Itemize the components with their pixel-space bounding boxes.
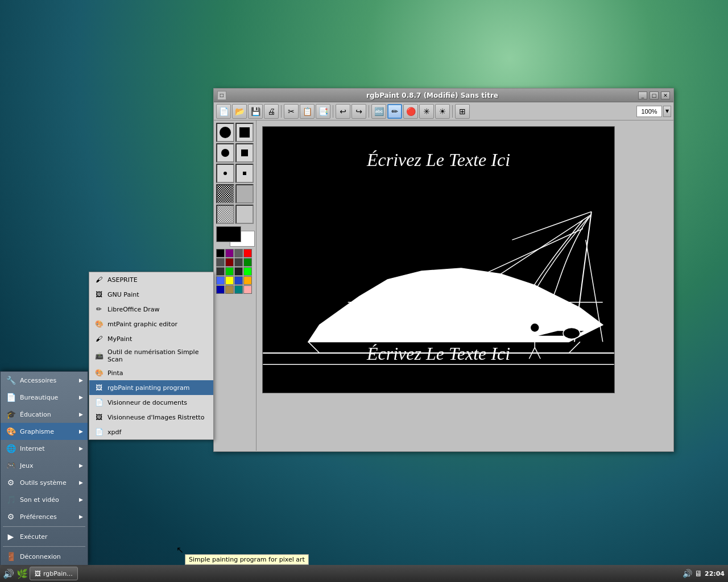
app-window: □ rgbPaint 0.8.7 (Modifié) Sans titre _ …	[213, 88, 674, 452]
print-button[interactable]: 🖨	[264, 104, 279, 119]
color-purple[interactable]	[225, 249, 234, 257]
cut-button[interactable]: ✂	[284, 104, 299, 119]
close-button[interactable]: ✕	[661, 92, 670, 99]
lasso-button[interactable]: 🔴	[403, 104, 418, 119]
pattern-solid-2[interactable]	[235, 205, 254, 224]
pattern-solid-1[interactable]	[235, 184, 254, 203]
paint-canvas[interactable]: Écrivez Le Texte Ici	[262, 126, 615, 393]
pattern-noise-1[interactable]	[216, 184, 234, 203]
submenu-gnupaint[interactable]: 🖼 GNU Paint	[89, 287, 213, 302]
menu-education[interactable]: 🎓 Éducation ▶	[1, 406, 88, 423]
menu-son[interactable]: 🎵 Son et vidéo ▶	[1, 491, 88, 508]
submenu-docviewer[interactable]: 📄 Visionneur de documents	[89, 395, 213, 410]
rgbpaint-icon: 🖼	[94, 383, 104, 393]
paste-button[interactable]: 📑	[316, 104, 330, 119]
star-button[interactable]: ✳	[419, 104, 434, 119]
canvas-area[interactable]: Écrivez Le Texte Ici	[257, 120, 673, 451]
text-button[interactable]: 🔤	[371, 104, 386, 119]
restore-button[interactable]: □	[650, 92, 659, 99]
color-darkblue[interactable]	[216, 285, 225, 294]
new-button[interactable]: 📄	[216, 104, 231, 119]
brush-circle-med[interactable]	[216, 143, 234, 163]
pattern-noise-2[interactable]	[216, 205, 234, 224]
aseprite-icon: 🖌	[94, 275, 104, 285]
submenu-mypaint[interactable]: 🖌 MyPaint	[89, 331, 213, 346]
save-button[interactable]: 💾	[248, 104, 263, 119]
color-lightgreen[interactable]	[225, 267, 234, 276]
color-teal[interactable]	[234, 285, 243, 294]
xpdf-icon: 📄	[94, 427, 104, 437]
color-gray5[interactable]	[234, 267, 243, 276]
submenu-ristretto[interactable]: 🖼 Visionneuse d'Images Ristretto	[89, 410, 213, 425]
color-blue[interactable]	[216, 276, 225, 285]
color-brightgreen[interactable]	[243, 267, 252, 276]
color-pink[interactable]	[243, 285, 252, 294]
taskbar-left: 🔊 🌿 🖼 rgbPain...	[0, 567, 80, 580]
menu-sep	[3, 526, 85, 527]
submenu-pinta[interactable]: 🎨 Pinta	[89, 365, 213, 380]
submenu-rgbpaint[interactable]: 🖼 rgbPaint painting program	[89, 380, 213, 395]
open-button[interactable]: 📂	[232, 104, 247, 119]
undo-button[interactable]: ↩	[336, 104, 350, 119]
color-darkred[interactable]	[225, 258, 234, 267]
menu-bureautique[interactable]: 📄 Bureautique ▶	[1, 389, 88, 406]
color-yellow[interactable]	[225, 276, 234, 285]
color-orange[interactable]	[243, 276, 252, 285]
submenu-libreoffice-draw[interactable]: ✏ LibreOffice Draw	[89, 302, 213, 317]
menu-jeux[interactable]: 🎮 Jeux ▶	[1, 457, 88, 474]
pencil-button[interactable]: ✏	[387, 104, 402, 119]
minimize-button[interactable]: _	[638, 92, 647, 99]
menu-outils[interactable]: ⚙ Outils système ▶	[1, 474, 88, 491]
color-gray1[interactable]	[234, 249, 243, 257]
menu-graphisme[interactable]: 🎨 Graphisme ▶ 🖌 ASEPRITE 🖼 GNU Paint ✏ L…	[1, 423, 88, 440]
brush-square-large[interactable]	[235, 123, 254, 142]
svg-point-15	[563, 327, 580, 339]
menu-accessoires[interactable]: 🔧 Accessoires ▶	[1, 372, 88, 389]
brush-row-1	[216, 123, 254, 142]
color-green[interactable]	[243, 258, 252, 267]
color-gray4[interactable]	[216, 267, 225, 276]
zoom-input[interactable]: 100%	[636, 106, 662, 117]
color-preview[interactable]	[216, 226, 255, 247]
menu-deconnexion[interactable]: 🚪 Déconnexion	[1, 548, 88, 565]
color-tan[interactable]	[225, 285, 234, 294]
color-gray3[interactable]	[234, 258, 243, 267]
menu-executer[interactable]: ▶ Exécuter	[1, 528, 88, 545]
brush-square-med[interactable]	[235, 143, 254, 163]
foreground-color[interactable]	[216, 226, 241, 242]
brush-circle-sm[interactable]	[216, 164, 234, 183]
start-menu: 🔧 Accessoires ▶ 📄 Bureautique ▶ 🎓 Éducat…	[0, 371, 88, 565]
copy-button[interactable]: 📋	[300, 104, 315, 119]
menu-preferences[interactable]: ⚙ Préférences ▶	[1, 508, 88, 525]
window-menu-icon[interactable]: □	[217, 91, 226, 100]
app-icon: 🖼	[35, 570, 41, 577]
submenu-mtpaint[interactable]: 🎨 mtPaint graphic editor	[89, 317, 213, 331]
desktop: □ rgbPaint 0.8.7 (Modifié) Sans titre _ …	[0, 0, 728, 582]
brush-circle-large[interactable]	[216, 123, 234, 142]
menu-internet[interactable]: 🌐 Internet ▶	[1, 440, 88, 457]
color-red[interactable]	[243, 249, 252, 257]
zoom-dropdown[interactable]: ▼	[663, 106, 671, 117]
taskbar: 🔊 🌿 🖼 rgbPain... 🔊 🖥 22:04	[0, 565, 728, 582]
svg-line-3	[501, 214, 592, 274]
color-gray2[interactable]	[216, 258, 225, 267]
grid-button[interactable]: ⊞	[455, 104, 470, 119]
zoom-control: 100% ▼	[636, 106, 671, 117]
jeux-icon: 🎮	[5, 460, 16, 471]
sun-button[interactable]: ☀	[435, 104, 450, 119]
pinta-icon: 🎨	[94, 368, 104, 378]
color-black[interactable]	[216, 249, 225, 257]
submenu-aseprite[interactable]: 🖌 ASEPRITE	[89, 272, 213, 287]
volume-icon[interactable]: 🔊	[682, 569, 692, 578]
taskbar-icon-2[interactable]: 🌿	[16, 567, 28, 580]
taskbar-icon-1[interactable]: 🔊	[2, 567, 15, 580]
network-icon[interactable]: 🖥	[694, 569, 702, 578]
submenu-scan[interactable]: 📠 Outil de numérisation Simple Scan	[89, 346, 213, 365]
redo-button[interactable]: ↪	[351, 104, 366, 119]
brush-square-sm[interactable]	[235, 164, 254, 183]
outils-icon: ⚙	[5, 477, 16, 488]
color-medblue[interactable]	[234, 276, 243, 285]
taskbar-app-rgbpaint[interactable]: 🖼 rgbPain...	[30, 567, 78, 580]
submenu-xpdf[interactable]: 📄 xpdf	[89, 425, 213, 439]
brush-row-3	[216, 164, 254, 183]
